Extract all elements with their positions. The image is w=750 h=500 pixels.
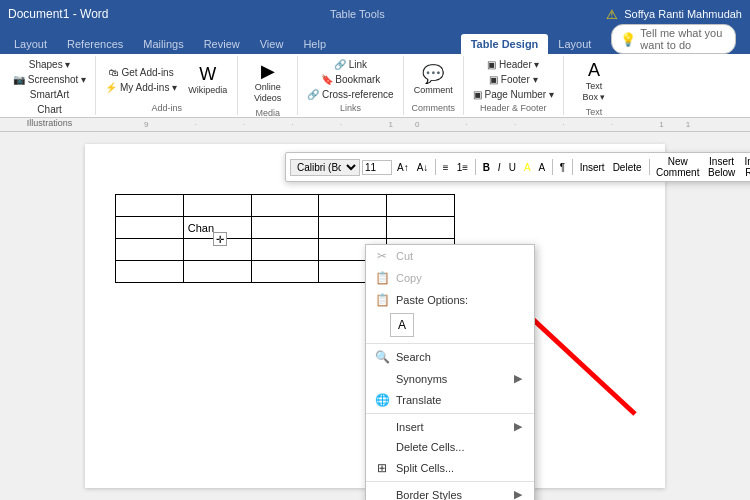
comment-button[interactable]: 💬 Comment <box>410 61 457 98</box>
insert-below-button[interactable]: Insert Below <box>704 155 738 179</box>
table-cell[interactable] <box>116 261 184 283</box>
translate-icon: 🌐 <box>374 393 390 407</box>
tab-layout2[interactable]: Layout <box>548 34 601 54</box>
table-cell[interactable] <box>116 217 184 239</box>
wikipedia-button[interactable]: W Wikipedia <box>184 62 231 98</box>
ctx-separator3 <box>366 481 534 482</box>
cut-icon: ✂ <box>374 249 390 263</box>
bookmark-button[interactable]: 🔖 Bookmark <box>304 73 396 86</box>
underline-button[interactable]: U <box>506 161 519 174</box>
font-size-input[interactable] <box>362 160 392 175</box>
italic-button[interactable]: I <box>495 161 504 174</box>
ctx-border-styles[interactable]: Border Styles ▶ <box>366 484 534 500</box>
highlight-button[interactable]: A <box>521 161 534 174</box>
tab-layout[interactable]: Layout <box>4 34 57 54</box>
toolbar-divider <box>435 159 436 175</box>
ctx-paste-options[interactable]: 📋 Paste Options: <box>366 289 534 311</box>
comments-items: 💬 Comment <box>410 58 457 101</box>
header-button[interactable]: ▣ Header ▾ <box>470 58 557 71</box>
links-items: 🔗 Link 🔖 Bookmark 🔗 Cross-reference <box>304 58 396 101</box>
addins-items: 🛍 Get Add-ins ⚡ My Add-ins ▾ W Wikipedia <box>102 58 231 101</box>
table-move-handle[interactable]: ✛ <box>213 232 227 246</box>
table-cell[interactable] <box>183 195 251 217</box>
bullets-button[interactable]: ≡ <box>440 161 452 174</box>
link-button[interactable]: 🔗 Link <box>304 58 396 71</box>
ribbon-tabs: Layout References Mailings Review View H… <box>0 28 750 54</box>
insert-arrow: ▶ <box>514 420 522 433</box>
media-items: ▶ OnlineVideos <box>250 58 285 106</box>
media-label: Media <box>255 108 280 118</box>
smartart-button[interactable]: SmartArt <box>10 88 89 101</box>
font-shrink-button[interactable]: A↓ <box>414 161 432 174</box>
table-cell[interactable] <box>319 195 387 217</box>
lightbulb-icon: 💡 <box>620 32 636 47</box>
ctx-synonyms[interactable]: Synonyms ▶ <box>366 368 534 389</box>
tab-table-design[interactable]: Table Design <box>461 34 549 54</box>
tab-help[interactable]: Help <box>293 34 336 54</box>
tab-mailings[interactable]: Mailings <box>133 34 193 54</box>
table-cell[interactable] <box>251 239 319 261</box>
table-row <box>116 195 455 217</box>
table-cell[interactable] <box>251 217 319 239</box>
comment-icon: 💬 <box>422 63 444 85</box>
my-addins-button[interactable]: ⚡ My Add-ins ▾ <box>102 81 180 94</box>
ribbon-group-addins: 🛍 Get Add-ins ⚡ My Add-ins ▾ W Wikipedia… <box>96 56 238 115</box>
footer-button[interactable]: ▣ Footer ▾ <box>470 73 557 86</box>
search-icon: 🔍 <box>374 350 390 364</box>
styles-button[interactable]: ¶ <box>557 161 568 174</box>
synonyms-arrow: ▶ <box>514 372 522 385</box>
ctx-insert[interactable]: Insert ▶ <box>366 416 534 437</box>
ribbon-group-illustrations: Shapes ▾ 📷 Screenshot ▾ SmartArt Chart I… <box>4 56 96 115</box>
online-videos-button[interactable]: ▶ OnlineVideos <box>250 58 285 106</box>
paste-option-a[interactable]: A <box>390 313 414 337</box>
table-cell[interactable] <box>116 195 184 217</box>
font-selector[interactable]: Calibri (Bo <box>290 159 360 176</box>
pagenumber-button[interactable]: ▣ Page Number ▾ <box>470 88 557 101</box>
wikipedia-icon: W <box>199 64 216 85</box>
ctx-split-cells[interactable]: ⊞ Split Cells... <box>366 457 534 479</box>
numbering-button[interactable]: 1≡ <box>454 161 471 174</box>
insert-button[interactable]: Insert <box>577 161 608 174</box>
ctx-delete-cells[interactable]: Delete Cells... <box>366 437 534 457</box>
text-label: Text <box>586 107 603 117</box>
text-items: A TextBox ▾ <box>578 58 610 105</box>
table-cell[interactable] <box>319 217 387 239</box>
page: ✛ Calibri (Bo A↑ A↓ ≡ 1≡ B I U A A ¶ Ins… <box>85 144 665 488</box>
table-cell[interactable] <box>116 239 184 261</box>
links-label: Links <box>340 103 361 113</box>
tell-me-bar[interactable]: 💡 Tell me what you want to do <box>611 24 736 54</box>
fontcolor-button[interactable]: A <box>536 161 549 174</box>
context-menu: ✂ Cut 📋 Copy 📋 Paste Options: A 🔍 Search <box>365 244 535 500</box>
table-cell[interactable] <box>387 217 455 239</box>
delete-button[interactable]: Delete <box>610 161 645 174</box>
tab-view[interactable]: View <box>250 34 294 54</box>
table-cell[interactable] <box>183 261 251 283</box>
video-icon: ▶ <box>261 60 275 82</box>
toolbar-divider5 <box>649 159 650 175</box>
ctx-translate[interactable]: 🌐 Translate <box>366 389 534 411</box>
table-cell[interactable] <box>251 261 319 283</box>
table-cell[interactable] <box>251 195 319 217</box>
textbox-button[interactable]: A TextBox ▾ <box>578 58 610 105</box>
screenshot-button[interactable]: 📷 Screenshot ▾ <box>10 73 89 86</box>
toolbar-divider3 <box>552 159 553 175</box>
toolbar-divider4 <box>572 159 573 175</box>
comments-label: Comments <box>411 103 455 113</box>
table-cell[interactable] <box>387 195 455 217</box>
ribbon: Layout References Mailings Review View H… <box>0 28 750 54</box>
ctx-search[interactable]: 🔍 Search <box>366 346 534 368</box>
insert-right-button[interactable]: Insert Right <box>741 155 750 179</box>
crossref-button[interactable]: 🔗 Cross-reference <box>304 88 396 101</box>
doc-area: ✛ Calibri (Bo A↑ A↓ ≡ 1≡ B I U A A ¶ Ins… <box>0 132 750 500</box>
tab-references[interactable]: References <box>57 34 133 54</box>
chart-button[interactable]: Chart <box>10 103 89 116</box>
get-addins-button[interactable]: 🛍 Get Add-ins <box>102 66 180 79</box>
illustrations-items: Shapes ▾ 📷 Screenshot ▾ SmartArt Chart <box>10 58 89 116</box>
split-cells-icon: ⊞ <box>374 461 390 475</box>
shapes-button[interactable]: Shapes ▾ <box>10 58 89 71</box>
new-comment-button[interactable]: New Comment <box>653 155 702 179</box>
tab-review[interactable]: Review <box>194 34 250 54</box>
headerfooter-items: ▣ Header ▾ ▣ Footer ▾ ▣ Page Number ▾ <box>470 58 557 101</box>
bold-button[interactable]: B <box>480 161 493 174</box>
font-grow-button[interactable]: A↑ <box>394 161 412 174</box>
